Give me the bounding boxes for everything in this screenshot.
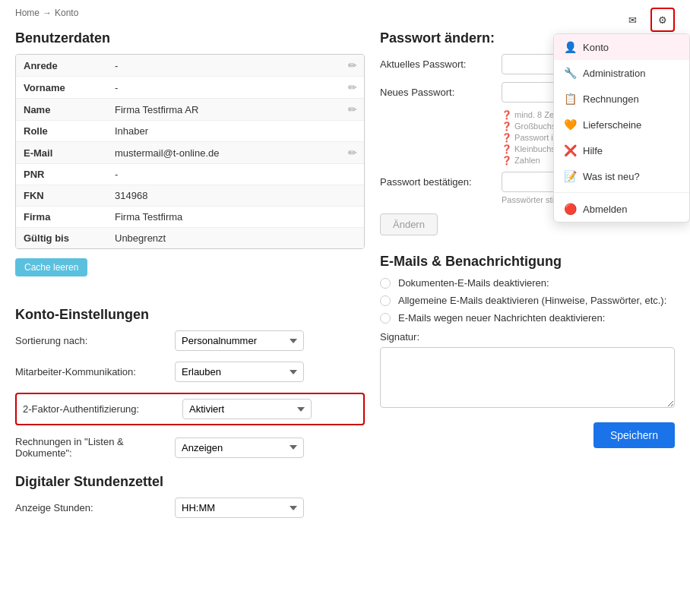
rechnungen-row: Rechnungen in "Listen &Dokumente": Anzei…	[15, 436, 365, 459]
table-row: PNR -	[16, 164, 364, 185]
cache-leeren-button[interactable]: Cache leeren	[15, 258, 87, 276]
aktuelles-passwort-label: Aktuelles Passwort:	[380, 58, 494, 70]
table-row: FKN 314968	[16, 185, 364, 207]
email-checkbox-label-1: Dokumenten-E-Mails deaktivieren:	[398, 277, 549, 289]
two-factor-label: 2-Faktor-Authentifizierung:	[23, 403, 175, 415]
administration-icon: 🔧	[563, 66, 577, 80]
dropdown-item-rechnungen[interactable]: 📋 Rechnungen	[554, 86, 689, 112]
row-label-pnr: PNR	[16, 164, 107, 185]
row-value-rolle: Inhaber	[107, 121, 341, 141]
edit-icon-email[interactable]: ✏	[341, 142, 364, 163]
breadcrumb: Home → Konto	[15, 8, 675, 18]
row-label-fkn: FKN	[16, 185, 107, 206]
email-checkbox-1[interactable]	[380, 278, 391, 289]
sortierung-row: Sortierung nach: Personalnummer Name Vor…	[15, 330, 365, 351]
gear-icon-btn[interactable]: ⚙	[650, 8, 675, 32]
row-label-email: E-Mail	[16, 143, 107, 163]
edit-icon-name[interactable]: ✏	[341, 99, 364, 120]
table-row: E-Mail mustermail@t-online.de ✏	[16, 142, 364, 164]
dropdown-item-lieferscheine[interactable]: 🧡 Lieferscheine	[554, 112, 689, 137]
sortierung-label: Sortierung nach:	[15, 335, 167, 346]
row-label-gueltig: Gültig bis	[16, 228, 107, 248]
table-row: Firma Firma Testfirma	[16, 207, 364, 228]
edit-icon-pnr	[341, 170, 364, 179]
table-row: Vorname - ✏	[16, 77, 364, 99]
dropdown-label-konto: Konto	[583, 42, 609, 53]
breadcrumb-home[interactable]: Home	[15, 8, 40, 18]
email-checkbox-row-3: E-Mails wegen neuer Nachrichten deaktivi…	[380, 312, 675, 324]
mitarbeiter-select[interactable]: Erlauben Verbieten	[175, 362, 304, 382]
mitarbeiter-label: Mitarbeiter-Kommunikation:	[15, 366, 167, 377]
row-value-fkn: 314968	[107, 185, 341, 206]
row-label-name: Name	[16, 100, 107, 120]
email-checkbox-2[interactable]	[380, 295, 391, 306]
edit-icon-vorname[interactable]: ✏	[341, 77, 364, 98]
dropdown-label-abmelden: Abmelden	[583, 204, 628, 215]
row-label-anrede: Anrede	[16, 55, 107, 76]
rechnungen-select[interactable]: Anzeigen Verbergen	[175, 438, 304, 458]
user-table: Anrede - ✏ Vorname - ✏ Name Firma Testfi…	[15, 54, 365, 249]
email-checkbox-row-1: Dokumenten-E-Mails deaktivieren:	[380, 277, 675, 289]
row-value-email: mustermail@t-online.de	[107, 143, 341, 163]
table-row: Name Firma Testfirma AR ✏	[16, 99, 364, 121]
row-value-gueltig: Unbegrenzt	[107, 228, 341, 248]
digitaler-stundenzettel: Digitaler Stundenzettel Anzeige Stunden:…	[15, 474, 365, 518]
email-checkbox-row-2: Allgemeine E-Mails deaktivieren (Hinweis…	[380, 295, 675, 306]
dropdown-item-abmelden[interactable]: 🔴 Abmelden	[554, 196, 689, 222]
row-value-vorname: -	[107, 77, 341, 98]
wasneu-icon: 📝	[563, 169, 577, 183]
stunden-row: Anzeige Stunden: HH:MM Dezimal	[15, 498, 365, 518]
edit-icon-anrede[interactable]: ✏	[341, 55, 364, 76]
dropdown-divider	[554, 192, 689, 193]
dropdown-item-hilfe[interactable]: ❌ Hilfe	[554, 137, 689, 163]
bestaetigen-label: Passwort bestätigen:	[380, 176, 494, 188]
speichern-button[interactable]: Speichern	[593, 422, 675, 448]
sortierung-select[interactable]: Personalnummer Name Vorname	[175, 330, 304, 351]
dropdown-item-administration[interactable]: 🔧 Administration	[554, 60, 689, 86]
two-factor-select[interactable]: Aktiviert Deaktiviert	[182, 399, 312, 419]
mitarbeiter-row: Mitarbeiter-Kommunikation: Erlauben Verb…	[15, 362, 365, 382]
dropdown-menu: 👤 Konto 🔧 Administration 📋 Rechnungen 🧡 …	[553, 33, 690, 223]
edit-icon-rolle	[341, 127, 364, 136]
hilfe-icon: ❌	[563, 144, 577, 157]
row-label-firma: Firma	[16, 207, 107, 227]
top-right-actions: ✉ ⚙ 3.	[620, 8, 675, 32]
table-row: Rolle Inhaber	[16, 121, 364, 142]
neues-passwort-label: Neues Passwort:	[380, 87, 494, 98]
edit-icon-gueltig	[341, 234, 364, 243]
aendern-button[interactable]: Ändern	[380, 213, 438, 235]
two-factor-row: 2-Faktor-Authentifizierung: Aktiviert De…	[15, 393, 365, 425]
benutzerdaten-title: Benutzerdaten	[15, 30, 365, 46]
edit-icon-firma	[341, 213, 364, 222]
dropdown-label-lieferscheine: Lieferscheine	[583, 119, 641, 131]
row-value-anrede: -	[107, 55, 341, 76]
table-row: Gültig bis Unbegrenzt	[16, 228, 364, 248]
message-icon-btn[interactable]: ✉	[620, 8, 644, 32]
rechnungen-label: Rechnungen in "Listen &Dokumente":	[15, 436, 167, 459]
lieferscheine-icon: 🧡	[563, 118, 577, 131]
email-checkbox-label-3: E-Mails wegen neuer Nachrichten deaktivi…	[398, 312, 605, 324]
save-btn-wrap: Speichern	[380, 422, 675, 448]
email-checkbox-3[interactable]	[380, 313, 391, 324]
gear-icon: ⚙	[658, 14, 667, 26]
dropdown-item-konto[interactable]: 👤 Konto	[554, 34, 689, 60]
dropdown-label-wasneu: Was ist neu?	[583, 171, 640, 182]
digitaler-title: Digitaler Stundenzettel	[15, 474, 365, 490]
konto-icon: 👤	[563, 40, 577, 54]
rechnungen-icon: 📋	[563, 92, 577, 106]
konto-settings: Konto-Einstellungen Sortierung nach: Per…	[15, 307, 365, 459]
dropdown-item-wasneu[interactable]: 📝 Was ist neu?	[554, 163, 689, 189]
stunden-select[interactable]: HH:MM Dezimal	[175, 498, 304, 518]
row-value-name: Firma Testfirma AR	[107, 100, 341, 120]
konto-settings-title: Konto-Einstellungen	[15, 307, 365, 323]
dropdown-label-rechnungen: Rechnungen	[583, 93, 639, 105]
row-value-firma: Firma Testfirma	[107, 207, 341, 227]
row-value-pnr: -	[107, 164, 341, 185]
email-section: E-Mails & Benachrichtigung Dokumenten-E-…	[380, 254, 675, 410]
dropdown-label-administration: Administration	[583, 68, 645, 79]
dropdown-label-hilfe: Hilfe	[583, 145, 603, 156]
edit-icon-fkn	[341, 191, 364, 201]
email-title: E-Mails & Benachrichtigung	[380, 254, 675, 270]
row-label-vorname: Vorname	[16, 77, 107, 98]
signatur-textarea[interactable]	[380, 347, 675, 408]
